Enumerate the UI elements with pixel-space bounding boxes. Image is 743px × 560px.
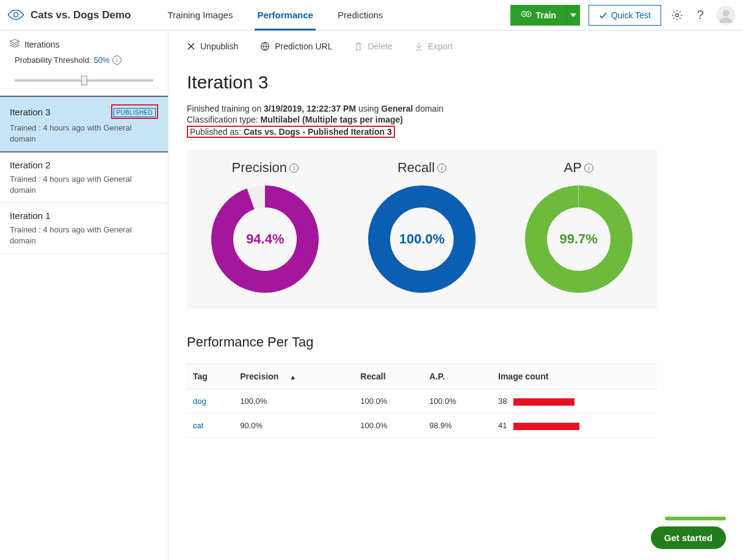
get-started-widget: Get started — [651, 517, 726, 549]
customvision-eye-icon — [7, 9, 24, 21]
main-content: Unpublish Prediction URL Delete Export I… — [169, 31, 743, 560]
cell-recall: 100.0% — [354, 414, 423, 438]
info-icon[interactable]: i — [289, 163, 299, 173]
tag-link[interactable]: dog — [193, 397, 206, 406]
train-button[interactable]: Train — [510, 5, 566, 26]
iteration-title: Iteration 3 — [10, 107, 51, 117]
probability-threshold: Probability Threshold: 50% i — [0, 53, 168, 76]
cell-recall: 100.0% — [354, 389, 423, 414]
svg-point-5 — [676, 13, 679, 16]
train-label: Train — [535, 10, 556, 20]
precision-value: 94.4% — [210, 184, 320, 294]
classification-type-line: Classification type: Multilabel (Multipl… — [187, 115, 743, 124]
topbar-right: Train Quick Test ? — [510, 5, 736, 26]
threshold-value: 50% — [94, 56, 110, 65]
unpublish-action[interactable]: Unpublish — [187, 41, 238, 51]
info-icon[interactable]: i — [112, 56, 121, 65]
performance-per-tag-heading: Performance Per Tag — [187, 334, 743, 350]
threshold-label: Probability Threshold: — [15, 56, 92, 65]
iteration-item[interactable]: Iteration 1Trained : 4 hours ago with Ge… — [0, 203, 168, 254]
prediction-url-label: Prediction URL — [275, 41, 332, 51]
count-bar — [513, 423, 579, 430]
col-recall[interactable]: Recall — [354, 364, 423, 389]
gear-icon — [521, 10, 532, 20]
sort-caret-icon: ▲ — [289, 373, 296, 381]
delete-label: Delete — [368, 41, 392, 51]
user-avatar[interactable] — [716, 5, 736, 25]
svg-point-2 — [523, 13, 524, 15]
progress-line — [665, 517, 726, 520]
topbar: Cats vs. Dogs Demo Training Images Perfo… — [0, 0, 743, 31]
cell-ap: 100.0% — [423, 389, 492, 414]
recall-metric: Recall i 100.0% — [349, 160, 495, 294]
train-dropdown[interactable] — [567, 5, 580, 26]
project-title: Cats vs. Dogs Demo — [31, 9, 131, 21]
col-precision[interactable]: Precision▲ — [234, 364, 354, 389]
nav-tabs: Training Images Performance Predictions — [167, 0, 383, 30]
tag-link[interactable]: cat — [193, 421, 203, 430]
cell-ap: 98.9% — [423, 414, 492, 438]
tab-performance[interactable]: Performance — [257, 0, 313, 30]
count-bar — [513, 398, 574, 406]
iteration-title: Iteration 2 — [10, 160, 51, 170]
cell-precision: 100.0% — [234, 389, 354, 414]
quick-test-label: Quick Test — [611, 10, 651, 20]
tab-predictions[interactable]: Predictions — [338, 0, 383, 30]
iterations-label: Iterations — [24, 40, 60, 49]
ap-label: AP — [564, 160, 581, 176]
col-tag[interactable]: Tag — [187, 364, 234, 389]
cell-precision: 90.0% — [234, 414, 354, 438]
cell-image-count: 41 — [492, 414, 657, 438]
export-action: Export — [415, 41, 452, 51]
published-as-line: Published as: Cats vs. Dogs - Published … — [187, 126, 743, 138]
precision-metric: Precision i 94.4% — [192, 160, 338, 294]
metrics-row: Precision i 94.4% Recall i 100.0% AP i 9… — [187, 149, 657, 309]
action-bar: Unpublish Prediction URL Delete Export — [187, 31, 743, 59]
col-image-count[interactable]: Image count — [492, 364, 657, 389]
recall-value: 100.0% — [367, 184, 477, 294]
export-label: Export — [428, 41, 452, 51]
table-row: dog100.0%100.0%100.0%38 — [187, 389, 657, 414]
settings-button[interactable] — [670, 8, 684, 23]
iteration-title: Iteration 1 — [10, 210, 51, 221]
info-icon[interactable]: i — [437, 163, 446, 173]
ap-value: 99.7% — [524, 184, 634, 294]
svg-point-0 — [13, 12, 18, 16]
iteration-item[interactable]: Iteration 2Trained : 4 hours ago with Ge… — [0, 153, 168, 203]
recall-label: Recall — [397, 160, 435, 176]
unpublish-label: Unpublish — [200, 41, 238, 51]
finished-training-line: Finished training on 3/19/2019, 12:22:37… — [187, 104, 743, 113]
iteration-subtitle: Trained : 4 hours ago with General domai… — [10, 123, 158, 144]
tab-training-images[interactable]: Training Images — [167, 0, 233, 30]
delete-action: Delete — [354, 41, 392, 51]
iteration-heading: Iteration 3 — [187, 72, 743, 93]
help-button[interactable]: ? — [693, 8, 708, 23]
get-started-button[interactable]: Get started — [651, 526, 726, 549]
info-icon[interactable]: i — [584, 163, 593, 173]
iteration-subtitle: Trained : 4 hours ago with General domai… — [10, 174, 158, 195]
svg-point-4 — [528, 13, 529, 15]
train-button-group: Train — [510, 5, 579, 26]
performance-table: Tag Precision▲ Recall A.P. Image count d… — [187, 364, 657, 438]
published-badge: PUBLISHED — [114, 108, 156, 117]
table-row: cat90.0%100.0%98.9%41 — [187, 414, 657, 438]
cell-image-count: 38 — [492, 389, 657, 414]
published-badge-highlight: PUBLISHED — [111, 104, 158, 119]
prediction-url-action[interactable]: Prediction URL — [260, 41, 332, 51]
iteration-item[interactable]: Iteration 3PUBLISHEDTrained : 4 hours ag… — [0, 96, 168, 153]
precision-label: Precision — [232, 160, 287, 176]
ap-metric: AP i 99.7% — [506, 160, 652, 294]
col-ap[interactable]: A.P. — [423, 364, 492, 389]
quick-test-button[interactable]: Quick Test — [589, 5, 661, 26]
iterations-header: Iterations — [0, 31, 168, 53]
sidebar: Iterations Probability Threshold: 50% i … — [0, 31, 169, 560]
layers-icon — [10, 39, 20, 49]
iteration-subtitle: Trained : 4 hours ago with General domai… — [10, 224, 158, 246]
svg-point-6 — [723, 10, 730, 16]
threshold-slider[interactable] — [15, 76, 153, 87]
